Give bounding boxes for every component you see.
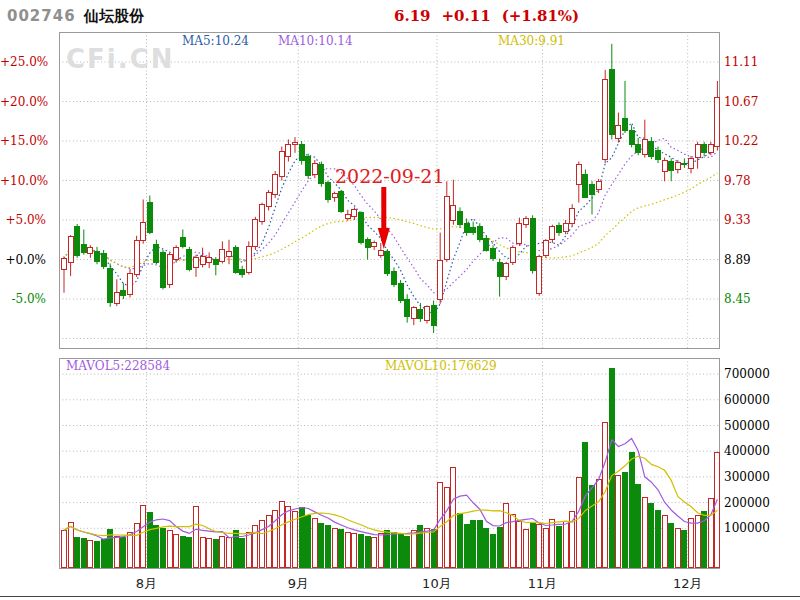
candle-body — [121, 290, 126, 296]
candle-body — [128, 274, 133, 295]
candle-body — [702, 145, 707, 153]
candle-body — [167, 255, 172, 285]
volume-bar — [95, 542, 100, 568]
volume-bar — [286, 506, 291, 567]
volume-bar — [715, 452, 720, 567]
volume-bar — [682, 531, 687, 568]
volume-tick: 500000 — [724, 419, 770, 433]
volume-bar — [319, 523, 324, 567]
volume-bar — [537, 525, 542, 568]
candle-body — [603, 79, 608, 159]
volume-bar — [642, 498, 647, 568]
volume-bar — [636, 485, 641, 568]
site-watermark: CFi.CN — [66, 44, 174, 74]
volume-bar — [576, 478, 581, 568]
volume-bar — [372, 537, 377, 567]
candle-body — [68, 237, 73, 263]
volume-bar — [708, 498, 713, 567]
volume-bar — [385, 531, 390, 568]
volume-bar — [491, 535, 496, 568]
volume-bar — [200, 537, 205, 567]
volume-bar — [550, 519, 555, 567]
candle-body — [332, 193, 337, 198]
volume-bar — [154, 526, 159, 568]
volume-bar — [378, 533, 383, 567]
volume-bar — [563, 521, 568, 567]
price-tick: 11.11 — [724, 55, 758, 69]
percent-tick: +5.0% — [0, 213, 46, 227]
candle-body — [590, 184, 595, 194]
candle-body — [504, 263, 509, 276]
candle-body — [398, 283, 403, 300]
volume-bar — [68, 523, 73, 568]
volume-bar — [227, 537, 232, 567]
volume-bar — [517, 522, 522, 568]
candle-body — [537, 256, 542, 293]
volume-bar — [530, 523, 535, 568]
volume-bar — [405, 536, 410, 567]
price-tick: 8.45 — [724, 292, 751, 306]
month-label-0: 8月 — [136, 575, 157, 593]
candle-body — [491, 248, 496, 258]
candle-body — [319, 165, 324, 184]
candle-body — [464, 224, 469, 233]
volume-bar — [444, 488, 449, 568]
candle-body — [517, 224, 522, 244]
last-price: 6.19 — [394, 7, 431, 25]
volume-bar — [345, 532, 350, 567]
price-tick: 9.78 — [724, 174, 751, 188]
candle-body — [438, 260, 443, 300]
candle-body — [88, 248, 93, 254]
volume-bar — [497, 527, 502, 567]
volume-bar — [583, 442, 588, 567]
percent-tick: -5.0% — [0, 292, 46, 306]
candle-body — [385, 252, 390, 274]
candle-body — [524, 218, 529, 224]
candle-body — [451, 206, 456, 221]
candle-body — [253, 219, 258, 247]
candle-body — [286, 144, 291, 157]
candle-body — [477, 226, 482, 239]
candle-body — [220, 249, 225, 261]
candle-body — [174, 248, 179, 260]
volume-bar — [425, 528, 430, 567]
price-tick: 10.22 — [724, 134, 758, 148]
candle-body — [339, 192, 344, 212]
candle-body — [95, 252, 100, 261]
volume-bar — [306, 515, 311, 567]
volume-bar — [260, 521, 265, 568]
price-tick: 9.33 — [724, 213, 751, 227]
volume-bar — [359, 535, 364, 568]
candle-body — [108, 268, 113, 302]
candle-body — [675, 162, 680, 169]
volume-bar — [240, 539, 245, 568]
candle-body — [570, 208, 575, 223]
candle-body — [240, 270, 245, 275]
volume-bar — [121, 537, 126, 567]
volume-bar — [669, 523, 674, 567]
candle-body — [134, 241, 139, 275]
volume-bar — [279, 501, 284, 567]
stock-chart-page: 002746 仙坛股份 6.19+0.11(+1.81%) CFi.CN 202… — [0, 0, 800, 600]
candle-body — [293, 143, 298, 145]
candle-body — [418, 309, 423, 318]
volume-bar — [609, 368, 614, 567]
volume-bar — [167, 531, 172, 568]
candle-body — [623, 119, 628, 131]
volume-bar — [524, 530, 529, 568]
volume-bar — [629, 453, 634, 568]
candle-body — [636, 144, 641, 152]
candle-body — [695, 144, 700, 157]
volume-bar — [689, 518, 694, 567]
candle-body — [161, 252, 166, 287]
price-change-percent: (+1.81%) — [502, 7, 580, 25]
candle-body — [662, 161, 667, 171]
candle-body — [583, 174, 588, 198]
volume-bar — [365, 536, 370, 567]
volume-bar — [662, 515, 667, 567]
volume-bar — [471, 520, 476, 567]
candlestick-chart-canvas — [0, 0, 800, 600]
candle-body — [616, 125, 621, 138]
candle-body — [649, 141, 654, 157]
candle-body — [530, 218, 535, 270]
